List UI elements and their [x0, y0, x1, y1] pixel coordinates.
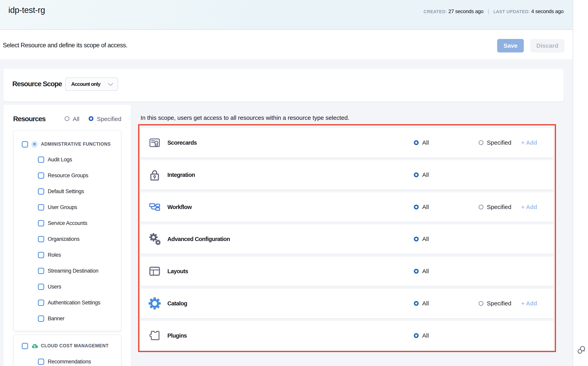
svg-text:$: $ — [34, 345, 36, 348]
